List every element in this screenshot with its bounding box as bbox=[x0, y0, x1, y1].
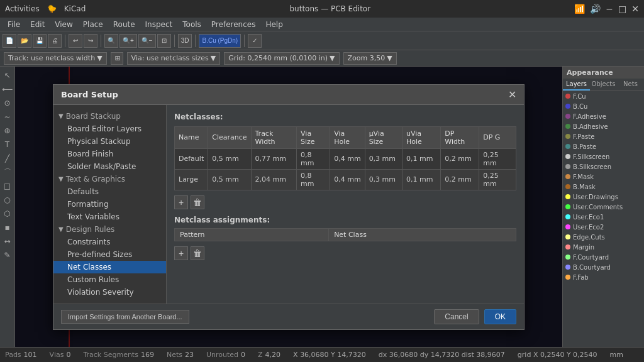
zoom-out-btn[interactable]: 🔍− bbox=[138, 34, 156, 48]
layer-item-b-paste[interactable]: B.Paste bbox=[563, 141, 644, 151]
menu-route[interactable]: Route bbox=[108, 20, 140, 29]
layer-item-user-drawings[interactable]: User.Drawings bbox=[563, 192, 644, 202]
menu-edit[interactable]: Edit bbox=[25, 20, 50, 29]
tree-item-board-finish[interactable]: Board Finish bbox=[53, 148, 166, 160]
menu-file[interactable]: File bbox=[3, 20, 25, 29]
layer-item-b-courtyard[interactable]: B.Courtyard bbox=[563, 262, 644, 272]
zoom-fit-btn[interactable]: ⊡ bbox=[157, 34, 171, 48]
dim-icon[interactable]: ↔ bbox=[1, 235, 14, 248]
tree-item-board-editor-layers[interactable]: Board Editor Layers bbox=[53, 123, 166, 135]
tree-item-physical-stackup[interactable]: Physical Stackup bbox=[53, 135, 166, 148]
menu-inspect[interactable]: Inspect bbox=[140, 20, 178, 29]
zoom-dropdown[interactable]: Zoom 3,50 ▼ bbox=[343, 52, 397, 65]
zoom-in-btn[interactable]: 🔍+ bbox=[119, 34, 137, 48]
layer-item-f-paste[interactable]: F.Paste bbox=[563, 131, 644, 141]
tree-item-constraints[interactable]: Constraints bbox=[53, 236, 166, 248]
via-icon[interactable]: ⊙ bbox=[1, 97, 14, 109]
tree-item-net-classes[interactable]: Net Classes bbox=[53, 261, 166, 273]
modal-close-btn[interactable]: ✕ bbox=[508, 89, 516, 101]
route-icon[interactable]: ⟵ bbox=[1, 83, 14, 96]
tree-item-text-variables[interactable]: Text Variables bbox=[53, 211, 166, 223]
minimize-btn[interactable]: − bbox=[606, 4, 613, 14]
track-icon-btn[interactable]: ⊞ bbox=[111, 52, 123, 65]
tree-item-violation-severity[interactable]: Violation Severity bbox=[53, 286, 166, 299]
poly-icon[interactable]: ⬡ bbox=[1, 207, 14, 220]
layer-item-f-mask[interactable]: F.Mask bbox=[563, 172, 644, 182]
layer-btn[interactable]: B.Cu (PgDn) bbox=[199, 34, 241, 48]
print-btn[interactable]: 🖨 bbox=[48, 34, 62, 48]
menu-place[interactable]: Place bbox=[78, 20, 108, 29]
layer-name-2: F.Adhesive bbox=[573, 113, 606, 120]
save-btn[interactable]: 💾 bbox=[33, 34, 47, 48]
tree-item-predefined-sizes[interactable]: Pre-defined Sizes bbox=[53, 248, 166, 261]
menu-tools[interactable]: Tools bbox=[177, 20, 206, 29]
layer-item-edge-cuts[interactable]: Edge.Cuts bbox=[563, 232, 644, 242]
tree-group-design-rules[interactable]: ▼ Design Rules bbox=[53, 223, 166, 236]
layer-item-b-mask[interactable]: B.Mask bbox=[563, 182, 644, 192]
cursor-icon[interactable]: ↖ bbox=[1, 69, 14, 82]
tree-group-stackup[interactable]: ▼ Board Stackup bbox=[53, 110, 166, 123]
open-btn[interactable]: 📂 bbox=[18, 34, 31, 48]
tab-layers[interactable]: Layers bbox=[563, 79, 590, 90]
layer-color-10 bbox=[565, 194, 570, 199]
arc-icon[interactable]: ⌒ bbox=[1, 166, 14, 178]
activities-label[interactable]: Activities bbox=[5, 4, 40, 13]
text-icon[interactable]: T bbox=[1, 138, 14, 151]
add-netclass-btn[interactable]: + bbox=[174, 195, 188, 209]
import-settings-btn[interactable]: Import Settings from Another Board... bbox=[61, 310, 189, 324]
netclass-cell-1-7: 0,2 mm bbox=[441, 169, 479, 190]
add-assignment-btn[interactable]: + bbox=[174, 246, 188, 260]
tab-nets[interactable]: Nets bbox=[617, 79, 644, 90]
pcb-canvas[interactable]: A Board Setup ✕ ▼ Board Stackup bbox=[15, 67, 562, 347]
menu-help[interactable]: Help bbox=[260, 20, 287, 29]
fill-icon[interactable]: ▪ bbox=[1, 221, 14, 234]
edit-icon[interactable]: ✎ bbox=[1, 249, 14, 261]
layer-item-b-silkscreen[interactable]: B.Silkscreen bbox=[563, 162, 644, 172]
track-dropdown[interactable]: Track: use netclass width ▼ bbox=[4, 52, 107, 65]
layer-item-f-courtyard[interactable]: F.Courtyard bbox=[563, 252, 644, 262]
layer-color-15 bbox=[565, 244, 570, 250]
layer-item-f-cu[interactable]: F.Cu bbox=[563, 91, 644, 101]
pad-icon[interactable]: ⊕ bbox=[1, 124, 14, 137]
tree-item-solder-mask[interactable]: Solder Mask/Paste bbox=[53, 160, 166, 173]
netclass-row-1[interactable]: Large0,5 mm2,04 mm0,8 mm0,4 mm0,3 mm0,1 … bbox=[175, 169, 516, 190]
cancel-btn[interactable]: Cancel bbox=[434, 309, 479, 324]
tree-item-defaults[interactable]: Defaults bbox=[53, 185, 166, 198]
redo-btn[interactable]: ↪ bbox=[84, 34, 97, 48]
netclasses-title: Netclasses: bbox=[174, 112, 516, 121]
layer-item-f-adhesive[interactable]: F.Adhesive bbox=[563, 111, 644, 121]
tree-group-text-graphics[interactable]: ▼ Text & Graphics bbox=[53, 173, 166, 185]
3d-view-btn[interactable]: 3D bbox=[178, 34, 192, 48]
menu-preferences[interactable]: Preferences bbox=[206, 20, 261, 29]
layer-color-6 bbox=[565, 154, 570, 159]
layer-item-user-eco2[interactable]: User.Eco2 bbox=[563, 222, 644, 232]
layer-item-margin[interactable]: Margin bbox=[563, 242, 644, 252]
rect-icon[interactable]: □ bbox=[1, 180, 14, 192]
circle-icon[interactable]: ○ bbox=[1, 194, 14, 206]
grid-dropdown[interactable]: Grid: 0,2540 mm (0,0100 in) ▼ bbox=[224, 52, 339, 65]
layer-item-user-comments[interactable]: User.Comments bbox=[563, 202, 644, 212]
drc-btn[interactable]: ✓ bbox=[248, 34, 262, 48]
close-btn[interactable]: ✕ bbox=[631, 4, 639, 14]
coords-status: X 36,0680 Y 14,7320 bbox=[293, 351, 366, 359]
maximize-btn[interactable]: □ bbox=[618, 4, 626, 14]
tree-item-custom-rules[interactable]: Custom Rules bbox=[53, 273, 166, 286]
undo-btn[interactable]: ↩ bbox=[69, 34, 82, 48]
remove-assignment-btn[interactable]: 🗑 bbox=[191, 246, 204, 260]
tree-item-formatting[interactable]: Formatting bbox=[53, 198, 166, 211]
layer-item-user-eco1[interactable]: User.Eco1 bbox=[563, 212, 644, 222]
menu-view[interactable]: View bbox=[50, 20, 77, 29]
ok-btn[interactable]: OK bbox=[484, 309, 516, 324]
layer-item-f-fab[interactable]: F.Fab bbox=[563, 272, 644, 282]
layer-item-b-cu[interactable]: B.Cu bbox=[563, 101, 644, 111]
tab-objects[interactable]: Objects bbox=[590, 79, 617, 90]
search-btn[interactable]: 🔍 bbox=[104, 34, 118, 48]
via-dropdown[interactable]: Via: use netclass sizes ▼ bbox=[127, 52, 221, 65]
trace-icon[interactable]: ∼ bbox=[1, 111, 14, 123]
line-icon[interactable]: ╱ bbox=[1, 152, 14, 165]
new-btn[interactable]: 📄 bbox=[3, 34, 16, 48]
remove-netclass-btn[interactable]: 🗑 bbox=[191, 195, 204, 209]
layer-item-f-silkscreen[interactable]: F.Silkscreen bbox=[563, 151, 644, 162]
layer-item-b-adhesive[interactable]: B.Adhesive bbox=[563, 121, 644, 131]
netclass-row-0[interactable]: Default0,5 mm0,77 mm0,8 mm0,4 mm0,3 mm0,… bbox=[175, 148, 516, 169]
